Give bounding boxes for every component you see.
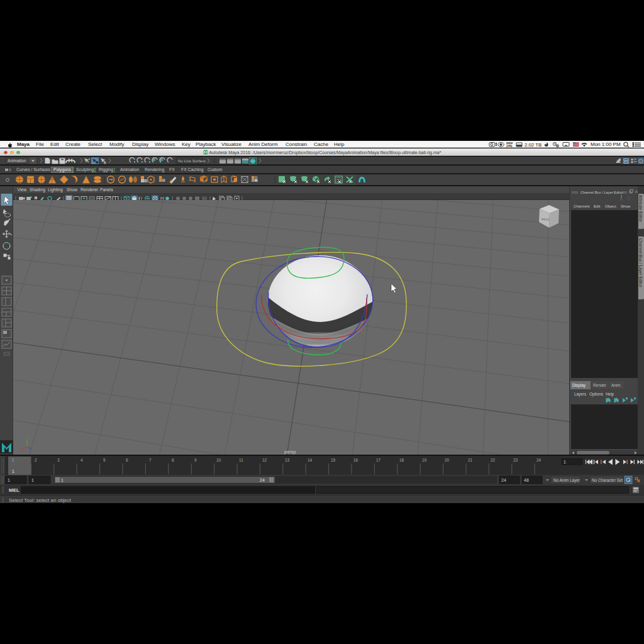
svg-text:1: 1: [12, 469, 14, 474]
svg-text:15: 15: [331, 458, 336, 462]
svg-text:22: 22: [491, 458, 496, 462]
svg-text:Show: Show: [621, 204, 631, 208]
svg-text:10: 10: [216, 458, 221, 462]
svg-text:2: 2: [35, 458, 37, 462]
svg-text:No Anim Layer: No Anim Layer: [553, 478, 580, 483]
svg-text:1: 1: [61, 478, 64, 482]
svg-text:Render: Render: [593, 383, 607, 387]
svg-text:1: 1: [8, 478, 10, 482]
svg-text:16: 16: [353, 458, 358, 462]
svg-text:1: 1: [12, 458, 14, 462]
svg-text:48: 48: [524, 478, 529, 482]
svg-text:1: 1: [31, 478, 34, 482]
svg-text:persp: persp: [284, 449, 296, 455]
svg-text:Layers: Layers: [574, 392, 586, 397]
svg-text:BACK: BACK: [541, 218, 550, 221]
svg-text:4: 4: [80, 458, 83, 462]
svg-text:1: 1: [564, 460, 566, 464]
svg-text:24: 24: [501, 478, 506, 482]
svg-text:Channel Box / Layer Editor: Channel Box / Layer Editor: [580, 191, 623, 194]
svg-text:12: 12: [262, 458, 267, 462]
svg-text:20: 20: [445, 458, 450, 462]
svg-text:11: 11: [239, 458, 243, 462]
svg-text:Channels: Channels: [574, 204, 590, 208]
svg-text:No Character Set: No Character Set: [592, 478, 623, 482]
svg-text:3: 3: [57, 458, 60, 462]
svg-text:Object: Object: [605, 204, 616, 208]
svg-text:7: 7: [149, 458, 152, 462]
svg-text:6: 6: [126, 458, 128, 462]
svg-text:Options: Options: [589, 392, 603, 397]
svg-text:24: 24: [260, 478, 265, 482]
svg-text:21: 21: [468, 458, 473, 462]
svg-text:13: 13: [285, 458, 290, 462]
svg-text:Edit: Edit: [594, 204, 601, 208]
svg-text:9: 9: [194, 458, 197, 462]
svg-text:5: 5: [103, 458, 106, 462]
svg-text:Help: Help: [606, 392, 614, 397]
svg-text:18: 18: [399, 458, 404, 462]
svg-text:Anim: Anim: [611, 383, 621, 387]
svg-text:14: 14: [308, 458, 313, 462]
svg-text:23: 23: [513, 458, 518, 462]
svg-text:Animation: Animation: [8, 158, 26, 163]
svg-text:8: 8: [172, 458, 174, 462]
svg-text:No Live Surface: No Live Surface: [178, 158, 206, 163]
svg-text:17: 17: [376, 458, 381, 462]
svg-text:24%: 24%: [506, 145, 513, 148]
svg-text:24: 24: [536, 458, 541, 462]
svg-text:19: 19: [422, 458, 427, 462]
svg-text:Display: Display: [572, 383, 586, 388]
svg-text:2.02 TB: 2.02 TB: [525, 142, 541, 148]
